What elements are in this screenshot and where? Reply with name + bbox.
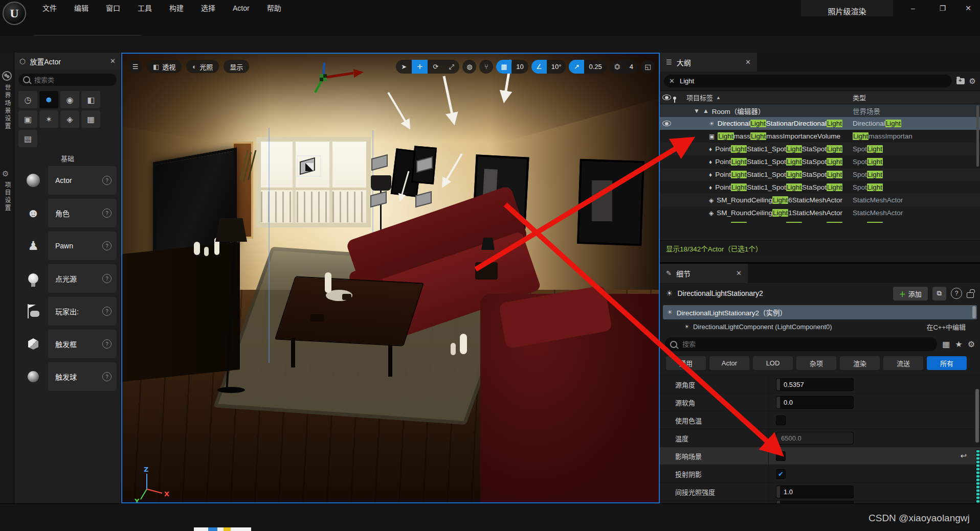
outliner-row-clipped[interactable]: ♦PointLightStatic1_SpotLightStaSpotLight…: [660, 219, 980, 223]
outliner-row-static-mesh[interactable]: ◈SM_RoundCeilingLight6StaticMeshActor St…: [660, 194, 980, 206]
surface-snapping-icon[interactable]: ⑂: [479, 60, 493, 74]
place-search-input[interactable]: [33, 76, 107, 84]
category-cinematic-icon[interactable]: ▣: [18, 110, 37, 128]
close-icon[interactable]: ✕: [736, 269, 742, 277]
category-volumes-icon[interactable]: ▦: [81, 110, 100, 128]
category-recent-icon[interactable]: ◷: [18, 91, 37, 108]
menu-build[interactable]: 构建: [161, 0, 192, 16]
category-all-icon[interactable]: ▤: [18, 130, 37, 147]
outliner-search-input[interactable]: [679, 77, 947, 85]
filter-tab-rendering[interactable]: 渲染: [840, 356, 880, 370]
outliner-scrollbar[interactable]: [976, 105, 979, 167]
select-tool-icon[interactable]: ➤: [396, 60, 412, 74]
place-item-actor[interactable]: Actor ?: [18, 166, 117, 195]
details-settings-gear-icon[interactable]: ⚙: [968, 339, 975, 349]
help-icon[interactable]: ?: [102, 176, 112, 185]
tab-details[interactable]: ✎ 细节 ✕: [660, 264, 748, 283]
rotate-tool-icon[interactable]: ⟳: [428, 60, 443, 74]
world-settings-tab[interactable]: 世界场景设置: [3, 84, 12, 130]
place-item-character[interactable]: ☻ 角色 ?: [18, 199, 117, 227]
unlock-icon[interactable]: [967, 292, 974, 298]
type-column-header[interactable]: 类型: [853, 93, 980, 102]
outliner-row-lightmass-volume[interactable]: ▣LightmassLightmassImportanceVolume Ligh…: [660, 130, 980, 143]
outliner-row-spotlight[interactable]: ♦PointLightStatic1_SpotLightStaSpotLight…: [660, 181, 980, 194]
outliner-row-world[interactable]: ▼▲Room（编辑器） 世界场景: [660, 104, 980, 117]
outliner-row-spotlight[interactable]: ♦PointLightStatic1_SpotLightStaSpotLight…: [660, 155, 980, 168]
place-search-box[interactable]: [18, 74, 117, 86]
outliner-settings-gear-icon[interactable]: ⚙: [969, 77, 976, 86]
close-icon[interactable]: ✕: [745, 58, 751, 66]
menu-edit[interactable]: 编辑: [65, 0, 97, 16]
close-icon[interactable]: ✕: [110, 57, 116, 65]
visibility-column-icon[interactable]: [662, 95, 671, 100]
grid-snap-control[interactable]: ▦10: [496, 60, 528, 74]
project-settings-tab[interactable]: 项目设置: [3, 181, 12, 212]
show-dropdown[interactable]: 显示: [224, 60, 249, 73]
details-scrollbar[interactable]: [975, 389, 979, 443]
place-item-player-start[interactable]: 玩家出: ?: [18, 297, 117, 326]
component-tree-scrollbar[interactable]: [972, 306, 976, 318]
indirect-intensity-input[interactable]: [776, 486, 854, 498]
create-folder-icon[interactable]: [956, 78, 965, 84]
scale-snap-control[interactable]: ↗0.25: [569, 60, 606, 74]
minimize-button[interactable]: –: [901, 0, 925, 16]
unreal-logo-icon[interactable]: U: [3, 2, 26, 25]
category-basic-icon[interactable]: ☻: [39, 91, 58, 108]
component-tree-root-row[interactable]: ☀ DirectionalLightStationary2（实例）: [663, 305, 977, 319]
drag-grip[interactable]: [776, 379, 780, 390]
outliner-row-directional-light[interactable]: ☀DirectionalLightStationarDirectionalLig…: [660, 117, 980, 130]
project-settings-icon[interactable]: ⚙: [2, 169, 9, 178]
details-search-box[interactable]: [665, 337, 937, 351]
details-search-input[interactable]: [681, 340, 932, 349]
menu-help[interactable]: 帮助: [258, 0, 290, 16]
place-item-trigger-sphere[interactable]: 触发球 ?: [18, 362, 117, 391]
clear-search-icon[interactable]: ✕: [669, 77, 675, 85]
drag-grip[interactable]: [776, 397, 780, 408]
camera-speed-control[interactable]: ⏣4: [610, 60, 638, 74]
outliner-row-spotlight[interactable]: ♦PointLightStatic1_SpotLightStaSpotLight…: [660, 168, 980, 181]
menu-actor[interactable]: Actor: [224, 0, 258, 16]
visibility-eye-icon[interactable]: [662, 121, 671, 126]
viewport-options-menu[interactable]: ☰: [128, 60, 142, 74]
help-icon[interactable]: ?: [951, 288, 962, 299]
menu-window[interactable]: 窗口: [97, 0, 129, 16]
maximize-button[interactable]: ❐: [931, 0, 954, 16]
filter-tab-general[interactable]: 通用: [666, 356, 706, 370]
help-icon[interactable]: ?: [102, 339, 112, 349]
drag-grip[interactable]: [776, 486, 780, 498]
outliner-search-box[interactable]: ✕: [664, 75, 952, 87]
category-vfx-icon[interactable]: ✶: [39, 110, 58, 128]
help-icon[interactable]: ?: [102, 307, 112, 316]
blueprint-edit-button[interactable]: ⧉: [932, 287, 946, 301]
move-tool-icon[interactable]: ✛: [412, 60, 428, 74]
use-temperature-checkbox[interactable]: ✔: [776, 415, 786, 425]
close-button[interactable]: ✕: [956, 0, 980, 16]
reset-to-default-icon[interactable]: ↩: [960, 451, 967, 460]
filter-tab-misc[interactable]: 杂项: [796, 356, 836, 370]
cast-shadows-checkbox[interactable]: ✔: [776, 469, 786, 479]
filter-tab-lod[interactable]: LOD: [753, 356, 793, 370]
menu-tools[interactable]: 工具: [129, 0, 161, 16]
maximize-viewport-icon[interactable]: ◱: [641, 60, 655, 74]
outliner-row-static-mesh[interactable]: ◈SM_RoundCeilingLight1StaticMeshActor St…: [660, 206, 980, 219]
place-item-trigger-box[interactable]: 触发框 ?: [18, 330, 117, 358]
world-local-toggle-icon[interactable]: ◍: [462, 60, 476, 74]
help-icon[interactable]: ?: [102, 241, 112, 250]
light-component-row[interactable]: ☀ DirectionalLightComponent (LightCompon…: [660, 320, 980, 333]
affects-world-checkbox[interactable]: ✔: [776, 451, 786, 461]
filter-tab-streaming[interactable]: 流送: [883, 356, 923, 370]
favorites-star-icon[interactable]: ★: [955, 339, 962, 349]
scale-tool-icon[interactable]: ⤢: [443, 60, 459, 74]
category-shapes-icon[interactable]: ◧: [81, 91, 100, 108]
level-viewport[interactable]: Z X Y ☰ ◧透视 ◐光照 显示 ➤ ✛ ⟳ ⤢ ◍ ⑂ ▦10 ∠10° …: [121, 53, 660, 503]
help-icon[interactable]: ?: [102, 209, 112, 218]
edit-in-cpp-label[interactable]: 在C++中编辑: [926, 322, 966, 332]
filter-tab-actor[interactable]: Actor: [709, 356, 749, 370]
help-icon[interactable]: ?: [102, 372, 112, 381]
display-options-icon[interactable]: ▦: [942, 339, 950, 349]
add-component-button[interactable]: ＋添加: [893, 287, 928, 301]
label-column-header[interactable]: 项目标签 ▲: [686, 93, 853, 102]
pin-column-icon[interactable]: [673, 97, 676, 100]
perspective-dropdown[interactable]: ◧透视: [147, 60, 182, 73]
world-settings-icon[interactable]: [2, 71, 12, 81]
